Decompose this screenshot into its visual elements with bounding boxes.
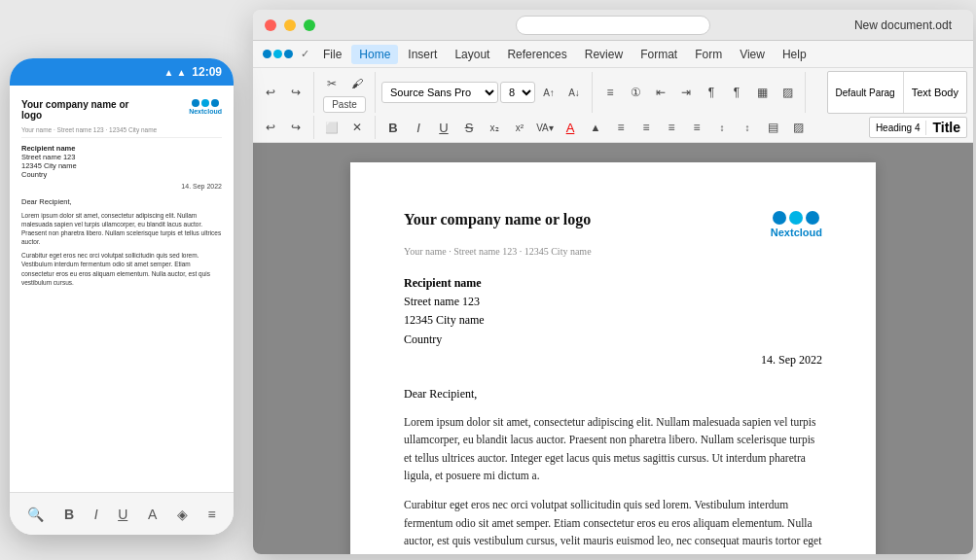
nc-dots-doc — [773, 211, 819, 225]
indent-button[interactable]: ⇥ — [674, 81, 698, 104]
phone-bold-button[interactable]: B — [64, 507, 74, 522]
toolbar-font-group: Source Sans Pro 8 A↑ A↓ — [381, 72, 593, 113]
window-close-button[interactable] — [265, 19, 276, 31]
phone-underline-button[interactable]: U — [118, 507, 127, 522]
strikethrough-button[interactable]: S — [457, 116, 481, 139]
italic-button[interactable]: I — [407, 116, 430, 139]
shading2-button[interactable]: ▨ — [786, 116, 810, 139]
doc-header-row: Your company name or logo Nextcloud — [404, 211, 822, 238]
phone-para1: Lorem ipsum dolor sit amet, consectetur … — [21, 211, 222, 246]
document-title: New document.odt — [854, 18, 961, 32]
undo-button[interactable]: ↩ — [259, 81, 282, 104]
font-color-button[interactable]: A — [559, 116, 582, 139]
nc-menu-dot-1 — [263, 50, 271, 58]
menu-format[interactable]: Format — [633, 45, 685, 64]
copy2-button[interactable]: ⬜ — [320, 116, 343, 139]
phone-font-button[interactable]: A — [148, 507, 157, 522]
menu-review[interactable]: Review — [577, 45, 631, 64]
window-minimize-button[interactable] — [284, 19, 296, 31]
phone-toolbar[interactable]: 🔍 B I U A ◈ ≡ — [10, 492, 234, 535]
para-spacing-button[interactable]: ↕ — [736, 116, 759, 139]
font-family-select[interactable]: Source Sans Pro — [381, 82, 498, 103]
font-size-select[interactable]: 8 — [500, 82, 535, 103]
doc-recipient-name: Recipient name — [404, 276, 482, 290]
char-spacing-button[interactable]: VA▾ — [533, 116, 557, 139]
toolbar-clipboard-group: ✂ 🖌 Paste — [320, 72, 376, 113]
bullets-button[interactable]: ≡ — [598, 81, 622, 104]
document-area: Your company name or logo Nextcloud Your… — [253, 143, 973, 554]
style-title[interactable]: Title — [926, 118, 966, 137]
phone-search-button[interactable]: 🔍 — [27, 507, 44, 522]
doc-street: Street name 123 — [404, 293, 822, 311]
menu-help[interactable]: Help — [775, 45, 814, 64]
doc-your-address: Your name · Street name 123 · 12345 City… — [404, 246, 822, 257]
menu-form[interactable]: Form — [687, 45, 730, 64]
phone-highlight-button[interactable]: ◈ — [177, 507, 188, 522]
redo-button[interactable]: ↪ — [284, 81, 307, 104]
phone-company-name: Your company name or logo — [21, 99, 138, 121]
menu-home[interactable]: Home — [351, 45, 398, 64]
menu-check-icon: ✓ — [301, 48, 309, 60]
nc-doc-dot-1 — [773, 211, 786, 225]
style-text-body[interactable]: Text Body — [904, 72, 966, 113]
phone-nextcloud-label: Nextcloud — [189, 108, 222, 115]
subscript-button[interactable]: x₂ — [483, 116, 506, 139]
doc-dear: Dear Recipient, — [404, 387, 822, 402]
numbering-button[interactable]: ① — [624, 81, 647, 104]
paste-button[interactable]: Paste — [323, 96, 366, 113]
para-marks-button[interactable]: ¶ — [700, 81, 723, 104]
format-paint-button[interactable]: 🖌 — [345, 72, 369, 95]
cut-button[interactable]: ✂ — [320, 72, 343, 95]
phone-italic-button[interactable]: I — [94, 507, 98, 522]
window-maximize-button[interactable] — [304, 19, 315, 31]
nc-dot-1 — [192, 99, 199, 107]
font-grow-button[interactable]: A↑ — [537, 81, 560, 104]
phone-time: 12:09 — [192, 65, 222, 79]
align-center-button[interactable]: ≡ — [634, 116, 658, 139]
menu-insert[interactable]: Insert — [400, 45, 445, 64]
nc-menu-dot-2 — [273, 50, 282, 58]
style-heading4[interactable]: Heading 4 — [870, 121, 927, 135]
signal-icon: ▲ — [163, 67, 173, 78]
spacing-button[interactable]: ¶ — [725, 81, 748, 104]
style-default-para[interactable]: Default Parag — [828, 72, 904, 113]
phone-status-bar: ▲ ▲ 12:09 — [10, 58, 234, 86]
clear-format-button[interactable]: ✕ — [345, 116, 369, 139]
align-right-button[interactable]: ≡ — [660, 116, 683, 139]
window-search-bar[interactable] — [516, 16, 710, 35]
justify-button[interactable]: ≡ — [685, 116, 708, 139]
mobile-phone: ▲ ▲ 12:09 Your company name or logo Next… — [10, 58, 234, 535]
phone-country: Country — [21, 170, 47, 179]
menu-references[interactable]: References — [499, 45, 574, 64]
phone-recipient: Recipient name Street name 123 12345 Cit… — [21, 144, 222, 179]
nc-doc-dot-3 — [806, 211, 819, 225]
menu-bar: ✓ File Home Insert Layout References Rev… — [253, 41, 973, 68]
outdent-button[interactable]: ⇤ — [649, 81, 672, 104]
doc-para2: Curabitur eget eros nec orci volutpat so… — [404, 496, 822, 554]
text-highlight-button[interactable]: ▲ — [584, 116, 607, 139]
borders-button[interactable]: ▦ — [750, 81, 774, 104]
borders2-button[interactable]: ▤ — [761, 116, 784, 139]
phone-dear: Dear Recipient, — [21, 197, 222, 206]
font-shrink-button[interactable]: A↓ — [562, 81, 586, 104]
phone-recipient-name: Recipient name — [21, 144, 222, 153]
phone-nextcloud-logo: Nextcloud — [189, 99, 222, 115]
superscript-button[interactable]: x² — [508, 116, 531, 139]
bold-button[interactable]: B — [381, 116, 405, 139]
doc-city: 12345 City name — [404, 311, 822, 330]
line-spacing-button[interactable]: ↕ — [710, 116, 734, 139]
redo2-button[interactable]: ↪ — [284, 116, 307, 139]
phone-status-icons: ▲ ▲ — [163, 67, 186, 78]
menu-file[interactable]: File — [315, 45, 349, 64]
align-left-button[interactable]: ≡ — [609, 116, 633, 139]
nc-menu-dot-3 — [284, 50, 293, 58]
phone-list-button[interactable]: ≡ — [207, 507, 215, 522]
menu-layout[interactable]: Layout — [447, 45, 497, 64]
shading-button[interactable]: ▨ — [776, 81, 799, 104]
window-titlebar: New document.odt — [253, 10, 973, 41]
phone-nextcloud-dots — [192, 99, 219, 107]
underline-button[interactable]: U — [432, 116, 455, 139]
menu-view[interactable]: View — [732, 45, 773, 64]
undo2-button[interactable]: ↩ — [259, 116, 282, 139]
phone-para2: Curabitur eget eros nec orci volutpat so… — [21, 251, 222, 286]
